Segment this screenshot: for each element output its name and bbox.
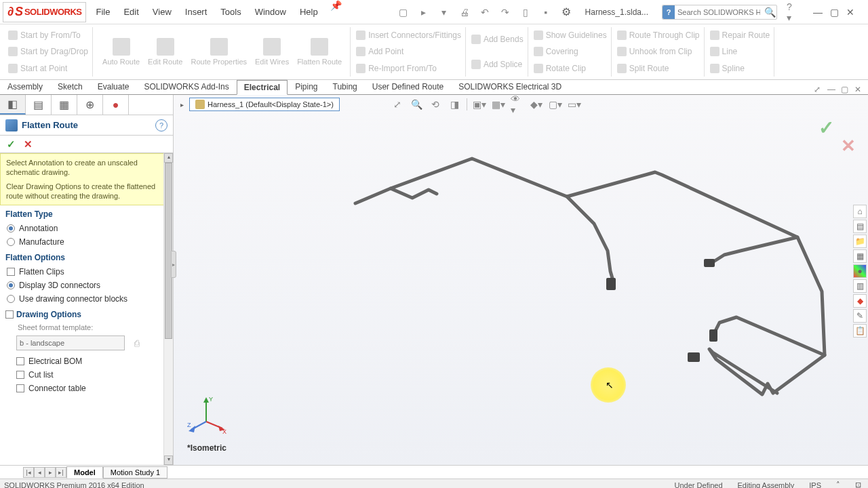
scroll-up-icon[interactable]: ▴ (164, 153, 173, 163)
pm-scrollbar[interactable]: ▴ ▾ (163, 153, 173, 465)
opt-connector-table[interactable]: Connector table (0, 382, 173, 395)
rebuild-icon[interactable]: ▪ (540, 7, 551, 18)
opt-manufacture[interactable]: Manufacture (0, 235, 173, 249)
cmd-covering[interactable]: Covering (534, 45, 607, 58)
zoom-area-icon[interactable]: 🔍 (410, 98, 423, 111)
view-settings-icon[interactable]: ▭▾ (568, 98, 581, 111)
section-flatten-options[interactable]: Flatten Options˄ (0, 249, 173, 265)
opt-electrical-bom[interactable]: Electrical BOM (0, 354, 173, 368)
confirm-corner-cancel-icon[interactable]: ✕ (841, 136, 856, 157)
tab-nav-first-icon[interactable]: |◂ (23, 467, 34, 478)
opt-cut-list[interactable]: Cut list (0, 368, 173, 382)
opt-use-drawing-blocks[interactable]: Use drawing connector blocks (0, 292, 173, 306)
menu-file[interactable]: File (89, 0, 117, 24)
status-chevron-icon[interactable]: ˄ (833, 481, 843, 488)
custom-props-icon[interactable]: ◆ (853, 294, 867, 308)
close-icon[interactable]: ✕ (844, 5, 857, 19)
status-units[interactable]: IPS (806, 481, 824, 489)
restore-pane-icon[interactable]: ▢ (841, 85, 850, 94)
apply-scene-icon[interactable]: ▢▾ (549, 98, 562, 111)
tab-tubing[interactable]: Tubing (326, 79, 365, 94)
opt-flatten-clips[interactable]: Flatten Clips (0, 265, 173, 279)
help-dropdown-icon[interactable]: ? ▾ (787, 7, 797, 18)
maximize-icon[interactable]: ▢ (827, 5, 841, 19)
file-explorer-icon[interactable]: ▦ (853, 249, 867, 263)
panel-collapse-handle[interactable]: ▸ (171, 251, 176, 278)
minimize-icon[interactable]: — (811, 5, 825, 19)
tab-assembly[interactable]: Assembly (0, 79, 50, 94)
print-icon[interactable]: 🖨 (459, 7, 470, 18)
config-manager-tab-icon[interactable]: ▦ (52, 95, 77, 115)
menu-help[interactable]: Help (293, 0, 325, 24)
cmd-add-bends[interactable]: Add Bends (471, 33, 524, 45)
graphics-canvas[interactable]: ▸ Harness_1 (Default<Display State-1>) ⤢… (174, 95, 868, 465)
cmd-start-drag-drop[interactable]: Start by Drag/Drop (8, 45, 88, 58)
view-triad[interactable]: Y X Z (187, 394, 228, 438)
radio-icon[interactable] (7, 238, 15, 246)
dimxpert-tab-icon[interactable]: ⊕ (77, 95, 103, 115)
save-icon[interactable]: ▾ (439, 7, 450, 18)
opt-display-3d-connectors[interactable]: Display 3D connectors (0, 279, 173, 292)
menu-window[interactable]: Window (248, 0, 293, 24)
cmd-start-from-to[interactable]: Start by From/To (8, 29, 88, 41)
tab-nav-next-icon[interactable]: ▸ (45, 467, 56, 478)
zoom-previous-icon[interactable]: ⟲ (429, 98, 442, 111)
undo-icon[interactable]: ↶ (479, 7, 490, 18)
home-icon[interactable]: ⌂ (853, 205, 867, 218)
checkbox-icon[interactable] (16, 357, 24, 365)
section-flatten-type[interactable]: Flatten Type˄ (0, 205, 173, 222)
pm-ok-button[interactable]: ✓ (7, 138, 16, 150)
radio-icon[interactable] (7, 224, 15, 232)
cmd-add-splice[interactable]: Add Splice (471, 58, 524, 70)
tab-nav-last-icon[interactable]: ▸| (56, 467, 66, 478)
minimize-pane-icon[interactable]: — (827, 85, 837, 94)
cmd-repair-route[interactable]: Repair Route (710, 29, 770, 41)
scroll-down-icon[interactable]: ▾ (164, 455, 173, 465)
cmd-unhook-clip[interactable]: Unhook from Clip (617, 45, 700, 58)
cmd-show-guidelines[interactable]: Show Guidelines (534, 29, 607, 41)
resources-icon[interactable]: ▤ (853, 220, 867, 233)
tab-addins[interactable]: SOLIDWORKS Add-Ins (136, 79, 236, 94)
cmd-edit-wires[interactable]: Edit Wires (251, 27, 293, 77)
tab-elec3d[interactable]: SOLIDWORKS Electrical 3D (451, 79, 569, 94)
section-drawing-options[interactable]: Drawing Options˄ (0, 306, 173, 322)
view-palette-icon[interactable]: ● (853, 264, 867, 278)
view-orientation-icon[interactable]: ▣▾ (473, 98, 486, 111)
checkbox-icon[interactable] (16, 371, 24, 379)
cmd-reimport[interactable]: Re-Import From/To (356, 62, 461, 75)
breadcrumb-expand-icon[interactable]: ▸ (178, 101, 186, 108)
tab-sketch[interactable]: Sketch (50, 79, 90, 94)
menu-edit[interactable]: Edit (117, 0, 145, 24)
pm-help-icon[interactable]: ? (155, 119, 167, 131)
zoom-fit-icon[interactable]: ⤢ (391, 98, 404, 111)
expand-icon[interactable]: ⤢ (814, 85, 823, 94)
search-icon[interactable]: 🔍 (763, 7, 776, 18)
open-icon[interactable]: ▸ (418, 7, 429, 18)
checkbox-icon[interactable] (5, 310, 14, 319)
cmd-insert-connectors[interactable]: Insert Connectors/Fittings (356, 29, 461, 41)
paste-icon[interactable]: 📋 (853, 324, 867, 338)
status-custom-icon[interactable]: ⊡ (852, 481, 864, 488)
section-view-icon[interactable]: ◨ (448, 98, 461, 111)
browse-icon[interactable]: ⎙ (134, 338, 146, 350)
sheet-format-input[interactable] (16, 336, 125, 350)
confirm-corner-ok-icon[interactable]: ✓ (818, 117, 834, 139)
opt-annotation[interactable]: Annotation (0, 222, 173, 235)
property-manager-tab-icon[interactable]: ▤ (26, 95, 52, 115)
cmd-auto-route[interactable]: Auto Route (98, 27, 144, 77)
menu-insert[interactable]: Insert (178, 0, 214, 24)
appearances-icon[interactable]: ▥ (853, 279, 867, 293)
tab-evaluate[interactable]: Evaluate (90, 79, 137, 94)
search-input[interactable] (675, 8, 763, 16)
menu-view[interactable]: View (146, 0, 178, 24)
cmd-start-at-point[interactable]: Start at Point (8, 62, 88, 75)
radio-icon[interactable] (7, 281, 15, 289)
cmd-spline[interactable]: Spline (710, 62, 770, 75)
radio-icon[interactable] (7, 295, 15, 303)
cmd-route-properties[interactable]: Route Properties (186, 27, 251, 77)
redo-icon[interactable]: ↷ (500, 7, 511, 18)
hide-show-icon[interactable]: 👁▾ (511, 98, 524, 111)
edit-appearance-icon[interactable]: ◆▾ (530, 98, 543, 111)
close-pane-icon[interactable]: ✕ (854, 85, 864, 94)
tab-nav-prev-icon[interactable]: ◂ (34, 467, 45, 478)
